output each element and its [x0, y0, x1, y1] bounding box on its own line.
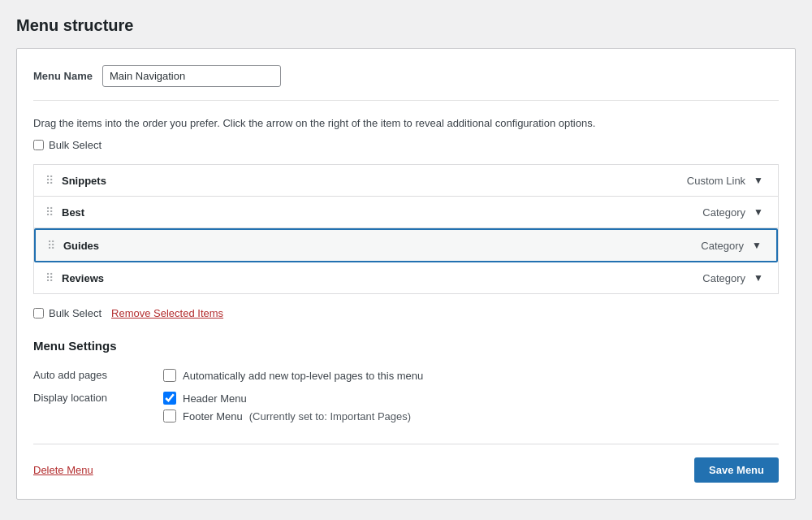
menu-item-type: Category — [702, 206, 745, 219]
card-footer: Delete Menu Save Menu — [33, 444, 779, 483]
bottom-bulk-select-label[interactable]: Bulk Select — [33, 307, 102, 319]
menu-item-expand-button[interactable]: ▼ — [749, 238, 765, 253]
bottom-bulk-row: Bulk Select Remove Selected Items — [33, 307, 779, 319]
menu-item-right: Category ▼ — [701, 238, 765, 253]
menu-item-left: ⠿ Best — [45, 206, 84, 219]
menu-item-right: Custom Link ▼ — [687, 173, 767, 188]
menu-structure-card: Menu Name Drag the items into the order … — [16, 48, 796, 500]
menu-item-right: Category ▼ — [702, 205, 767, 219]
auto-add-row: Auto add pages Automatically add new top… — [33, 364, 779, 387]
display-location-option: Footer Menu (Currently set to: Important… — [163, 410, 779, 422]
display-location-options: Header Menu Footer Menu (Currently set t… — [163, 392, 779, 422]
menu-item-name: Best — [62, 206, 84, 219]
menu-item-expand-button[interactable]: ▼ — [750, 205, 767, 219]
top-bulk-select-label[interactable]: Bulk Select — [33, 139, 102, 151]
bottom-bulk-select-checkbox[interactable] — [33, 308, 44, 318]
drag-handle-icon: ⠿ — [45, 174, 54, 187]
settings-section-title: Menu Settings — [33, 339, 779, 353]
menu-item[interactable]: ⠿ Guides Category ▼ — [34, 228, 778, 262]
menu-item-expand-button[interactable]: ▼ — [750, 173, 767, 188]
page-title: Menu structure — [16, 16, 796, 35]
display-location-checkbox[interactable] — [163, 392, 176, 405]
menu-item-left: ⠿ Reviews — [45, 271, 104, 284]
menu-item-left: ⠿ Guides — [47, 239, 99, 252]
settings-table: Auto add pages Automatically add new top… — [33, 364, 779, 427]
display-location-row: Display location Header Menu Footer Menu… — [33, 387, 779, 427]
display-location-label-text: Header Menu — [183, 392, 247, 405]
auto-add-option-text: Automatically add new top-level pages to… — [183, 370, 423, 382]
menu-item[interactable]: ⠿ Reviews Category ▼ — [34, 262, 778, 293]
top-bulk-select-checkbox[interactable] — [33, 140, 44, 150]
menu-item[interactable]: ⠿ Best Category ▼ — [34, 197, 778, 228]
menu-item-name: Reviews — [62, 272, 104, 284]
menu-items-list: ⠿ Snippets Custom Link ▼ ⠿ Best Category… — [33, 164, 779, 294]
menu-name-input[interactable] — [102, 65, 281, 87]
drag-handle-icon: ⠿ — [45, 271, 54, 284]
menu-item-left: ⠿ Snippets — [45, 174, 106, 187]
menu-item-type: Category — [701, 240, 744, 252]
menu-item-name: Snippets — [62, 175, 106, 187]
location-note: (Currently set to: Important Pages) — [249, 410, 411, 422]
display-location-label: Display location — [33, 387, 163, 427]
menu-item-right: Category ▼ — [702, 271, 767, 285]
save-menu-button[interactable]: Save Menu — [694, 457, 779, 483]
menu-item[interactable]: ⠿ Snippets Custom Link ▼ — [34, 165, 778, 197]
menu-name-label: Menu Name — [33, 70, 93, 82]
auto-add-label: Auto add pages — [33, 364, 163, 387]
menu-item-type: Category — [702, 272, 745, 284]
display-location-label-text: Footer Menu — [183, 410, 243, 422]
top-bulk-select-row: Bulk Select — [33, 139, 779, 151]
drag-handle-icon: ⠿ — [45, 206, 54, 219]
menu-item-type: Custom Link — [687, 175, 745, 187]
auto-add-option: Automatically add new top-level pages to… — [163, 369, 779, 382]
auto-add-checkbox[interactable] — [163, 369, 176, 382]
menu-item-name: Guides — [63, 240, 99, 252]
remove-selected-button[interactable]: Remove Selected Items — [111, 307, 223, 319]
delete-menu-button[interactable]: Delete Menu — [33, 464, 93, 476]
drag-hint: Drag the items into the order you prefer… — [33, 117, 779, 129]
menu-item-expand-button[interactable]: ▼ — [750, 271, 767, 285]
display-location-option: Header Menu — [163, 392, 779, 405]
drag-handle-icon: ⠿ — [47, 239, 55, 252]
menu-name-row: Menu Name — [33, 65, 779, 101]
display-location-checkbox[interactable] — [163, 410, 176, 422]
